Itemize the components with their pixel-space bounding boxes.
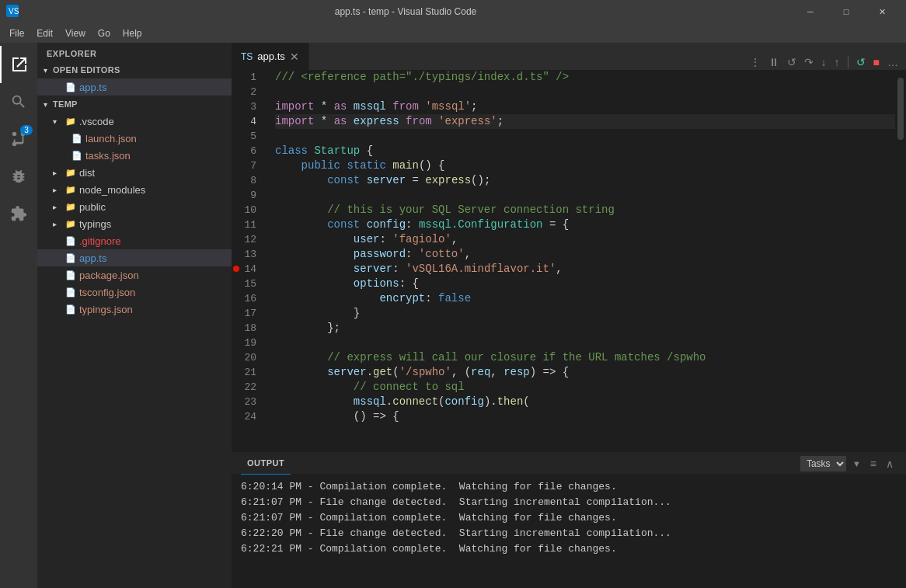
line-19: 19 xyxy=(232,336,263,350)
code-line-10: // this is your SQL Server connection st… xyxy=(275,203,895,217)
menu-file[interactable]: File xyxy=(3,23,30,43)
typings-folder-label: typings xyxy=(79,218,111,230)
code-line-20: // express will call our closure if the … xyxy=(275,350,895,365)
code-line-13: password: 'cotto', xyxy=(275,247,895,262)
code-line-5 xyxy=(275,129,895,144)
line-10: 10 xyxy=(232,203,263,217)
search-activity-icon[interactable] xyxy=(0,83,37,120)
menu-help[interactable]: Help xyxy=(117,23,148,43)
line-15: 15 xyxy=(232,277,263,291)
code-editor[interactable]: 1 2 3 4 5 6 7 8 9 10 11 12 13 14 15 16 1… xyxy=(232,70,906,452)
editor-scrollbar[interactable] xyxy=(895,70,906,452)
main-area: 3 EXPLORER ▾ OPEN EDITORS 📄 app.ts ▾ TEM… xyxy=(0,43,906,588)
explorer-title: EXPLORER xyxy=(37,43,232,61)
line-11: 11 xyxy=(232,217,263,232)
appTs-item[interactable]: 📄 app.ts xyxy=(37,249,232,266)
code-line-23: mssql.connect(config).then( xyxy=(275,395,895,409)
panel-actions: ≡ ∧ xyxy=(867,456,897,471)
code-line-24: () => { xyxy=(275,409,895,424)
package-json-label: package.json xyxy=(79,270,139,281)
typings-json-icon: 📄 xyxy=(65,304,76,315)
code-line-22: // connect to sql xyxy=(275,380,895,395)
tab-appTs-name: app.ts xyxy=(257,50,284,62)
typings-json-item[interactable]: 📄 typings.json xyxy=(37,301,232,318)
code-content[interactable]: /// <reference path="./typings/index.d.t… xyxy=(269,70,895,452)
open-editor-appTs[interactable]: 📄 app.ts xyxy=(37,78,232,96)
pause-debug-button[interactable]: ⏸ xyxy=(767,54,781,70)
appTs-icon: 📄 xyxy=(65,253,76,263)
debug-activity-icon[interactable] xyxy=(0,158,37,195)
line-24: 24 xyxy=(232,409,263,424)
output-line-4: 6:22:20 PM - File change detected. Start… xyxy=(241,526,897,541)
gitignore-label: .gitignore xyxy=(79,235,120,247)
source-control-activity-icon[interactable]: 3 xyxy=(0,120,37,158)
line-23: 23 xyxy=(232,395,263,409)
gitignore-item[interactable]: 📄 .gitignore xyxy=(37,232,232,249)
minimize-button[interactable]: ─ xyxy=(793,0,828,23)
open-editor-label: app.ts xyxy=(79,82,106,93)
appTs-label: app.ts xyxy=(79,252,106,264)
split-editor-button[interactable]: ⋮ xyxy=(748,54,762,70)
line-17: 17 xyxy=(232,306,263,321)
menu-edit[interactable]: Edit xyxy=(30,23,59,43)
tasks-dropdown[interactable]: Tasks xyxy=(800,456,846,471)
output-tab[interactable]: OUTPUT xyxy=(241,453,291,475)
maximize-button[interactable]: □ xyxy=(828,0,864,23)
launch-json-item[interactable]: 📄 launch.json xyxy=(37,130,232,147)
folder-public-icon: 📁 xyxy=(65,202,76,212)
stop-debug-button[interactable]: ■ xyxy=(872,54,881,70)
code-line-2 xyxy=(275,85,895,99)
public-folder[interactable]: ▸ 📁 public xyxy=(37,198,232,215)
typings-json-label: typings.json xyxy=(79,304,133,315)
titlebar-title: app.ts - temp - Visual Studio Code xyxy=(25,6,786,17)
code-line-15: options: { xyxy=(275,277,895,291)
tsconfig-json-item[interactable]: 📄 tsconfig.json xyxy=(37,284,232,301)
package-json-item[interactable]: 📄 package.json xyxy=(37,266,232,284)
step-over-button[interactable]: ↷ xyxy=(803,54,815,70)
activitybar: 3 xyxy=(0,43,37,588)
toolbar-separator xyxy=(848,56,849,68)
open-editors-section[interactable]: ▾ OPEN EDITORS xyxy=(37,61,232,78)
project-root[interactable]: ▾ TEMP xyxy=(37,96,232,113)
line-13: 13 xyxy=(232,247,263,262)
extensions-activity-icon[interactable] xyxy=(0,195,37,232)
line-18: 18 xyxy=(232,321,263,336)
vscode-folder[interactable]: ▾ 📁 .vscode xyxy=(37,113,232,130)
menubar: File Edit View Go Help xyxy=(0,23,906,43)
line-7: 7 xyxy=(232,158,263,173)
code-line-12: user: 'fagiolo', xyxy=(275,232,895,247)
tab-appTs[interactable]: TS app.ts ✕ xyxy=(232,43,309,70)
line-3: 3 xyxy=(232,99,263,114)
close-button[interactable]: ✕ xyxy=(864,0,900,23)
app-icon: VS xyxy=(6,5,19,19)
vscode-folder-label: .vscode xyxy=(79,116,114,127)
code-line-6: class Startup { xyxy=(275,144,895,158)
source-control-badge: 3 xyxy=(20,125,33,135)
step-into-button[interactable]: ↓ xyxy=(820,54,828,70)
tab-close-button[interactable]: ✕ xyxy=(290,50,299,63)
line-numbers: 1 2 3 4 5 6 7 8 9 10 11 12 13 14 15 16 1… xyxy=(232,70,269,452)
code-line-3: import * as mssql from 'mssql'; xyxy=(275,99,895,114)
tasks-json-item[interactable]: 📄 tasks.json xyxy=(37,147,232,164)
scrollbar-thumb[interactable] xyxy=(897,78,904,140)
toggle-panel-button[interactable]: ∧ xyxy=(883,456,897,471)
output-line-3: 6:21:07 PM - Compilation complete. Watch… xyxy=(241,510,897,526)
step-out-button[interactable]: ↑ xyxy=(833,54,842,70)
output-line-5: 6:22:21 PM - Compilation complete. Watch… xyxy=(241,541,897,557)
node-modules-folder[interactable]: ▸ 📁 node_modules xyxy=(37,181,232,198)
restart-debug-button[interactable]: ↺ xyxy=(786,54,798,70)
more-actions-button[interactable]: … xyxy=(886,54,900,70)
line-12: 12 xyxy=(232,232,263,247)
typings-folder[interactable]: ▸ 📁 typings xyxy=(37,215,232,232)
dist-folder[interactable]: ▸ 📁 dist xyxy=(37,164,232,181)
clear-output-button[interactable]: ≡ xyxy=(867,456,880,471)
menu-go[interactable]: Go xyxy=(92,23,117,43)
debug-restart-button[interactable]: ↺ xyxy=(855,54,867,70)
menu-view[interactable]: View xyxy=(59,23,92,43)
line-6: 6 xyxy=(232,144,263,158)
tsconfig-icon: 📄 xyxy=(65,287,76,297)
folder-nodemodules-icon: 📁 xyxy=(65,185,76,195)
explorer-activity-icon[interactable] xyxy=(0,46,37,83)
titlebar: VS app.ts - temp - Visual Studio Code ─ … xyxy=(0,0,906,23)
folder-vscode-icon: 📁 xyxy=(65,117,76,127)
